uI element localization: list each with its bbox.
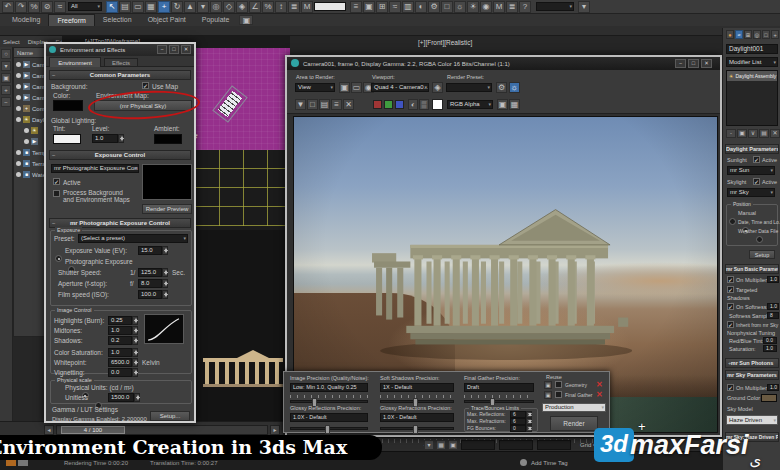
object-name-field[interactable]: Daylight001: [726, 44, 778, 54]
final-gather-lock-icon[interactable]: ▣: [544, 391, 552, 399]
unitless-field[interactable]: 1500.0: [108, 393, 134, 402]
display-tab-icon[interactable]: □: [762, 30, 770, 39]
alpha-channel-icon[interactable]: ▒: [419, 99, 429, 110]
selection-filter-dropdown[interactable]: All: [68, 2, 102, 11]
vignetting-spinner[interactable]: [132, 368, 138, 377]
rp-saturation-field[interactable]: 1.0: [763, 345, 777, 352]
add-time-tag-label[interactable]: Add Time Tag: [531, 460, 568, 466]
eye-icon[interactable]: [16, 62, 21, 67]
max-refractions-spinner[interactable]: [526, 418, 532, 425]
bind-spacewarp-icon[interactable]: ≈: [54, 1, 66, 13]
render-production-icon[interactable]: ☼: [454, 1, 466, 13]
final-gather-checkbox[interactable]: [555, 391, 562, 398]
transform-lock-icon[interactable]: ▣: [448, 440, 458, 450]
level-field[interactable]: 1.0: [92, 134, 118, 143]
tint-swatch[interactable]: [53, 134, 81, 144]
mono-channel-icon[interactable]: ◐: [408, 99, 418, 110]
mirror-icon[interactable]: M: [301, 1, 313, 13]
utilities-tab-icon[interactable]: +: [771, 30, 779, 39]
modifier-stack-item[interactable]: ☀ Daylight Assembly He: [727, 71, 777, 81]
shadows-spinner[interactable]: [132, 336, 138, 345]
eye-icon[interactable]: [16, 161, 21, 166]
aperture-field[interactable]: 8.0: [138, 279, 162, 288]
rotate-icon[interactable]: ↻: [171, 1, 183, 13]
weather-radio[interactable]: [756, 236, 763, 243]
active-checkbox[interactable]: [53, 178, 60, 185]
render-preview-button[interactable]: Render Preview: [142, 204, 192, 214]
dialog-titlebar[interactable]: Environment and Effects − □ ✕: [46, 44, 194, 56]
material-editor-icon[interactable]: ◐: [415, 1, 427, 13]
shutter-field[interactable]: 125.0: [138, 268, 162, 277]
eye-icon[interactable]: [16, 95, 21, 100]
ambient-swatch[interactable]: [154, 134, 182, 144]
tab-environment[interactable]: Environment: [49, 57, 101, 67]
redblue-field[interactable]: 0.0: [763, 337, 777, 344]
green-channel-toggle[interactable]: [384, 100, 393, 109]
rfw-titlebar[interactable]: Camera001, frame 0, Display Gamma: 2.2, …: [287, 57, 720, 70]
highlights-field[interactable]: 0.25: [108, 316, 132, 325]
film-field[interactable]: 100.0: [138, 290, 162, 299]
ev-radio[interactable]: [55, 255, 62, 262]
common-parameters-rollout[interactable]: Common Parameters: [49, 70, 191, 80]
eye-icon[interactable]: [16, 150, 21, 155]
geometry-lock-icon[interactable]: ▣: [544, 381, 552, 389]
coordinate-grid-icon[interactable]: ▦: [436, 440, 446, 450]
configure-sets-icon[interactable]: ✕: [770, 129, 780, 138]
explorer-collapse-icon[interactable]: −: [1, 97, 11, 107]
dialog-maximize-button[interactable]: □: [169, 45, 179, 54]
x-coordinate-field[interactable]: [461, 440, 495, 450]
rendered-frame-icon[interactable]: □: [441, 1, 453, 13]
absolute-mode-icon[interactable]: ▾: [424, 440, 434, 450]
eye-icon[interactable]: [16, 73, 21, 78]
time-slider-handle[interactable]: 4 / 100: [61, 426, 125, 434]
layer-manager-icon[interactable]: ▣: [363, 1, 375, 13]
modify-tab-icon[interactable]: ≈: [735, 30, 743, 39]
eye-icon[interactable]: [16, 84, 21, 89]
eye-icon[interactable]: [16, 106, 21, 111]
midtones-field[interactable]: 1.0: [108, 326, 132, 335]
eye-icon[interactable]: [24, 139, 29, 144]
slider-handle[interactable]: [413, 425, 418, 434]
help-icon[interactable]: ?: [519, 1, 531, 13]
ribbon-tab[interactable]: Selection: [95, 14, 140, 26]
ribbon-camera-icon[interactable]: ▣: [239, 15, 253, 25]
select-link-icon[interactable]: %: [28, 1, 40, 13]
explorer-filter-icon[interactable]: ▾: [1, 61, 11, 71]
render-iterative-icon[interactable]: ☀: [467, 1, 479, 13]
rect-region-icon[interactable]: ▭: [132, 1, 144, 13]
select-object-icon[interactable]: ↖: [106, 1, 118, 13]
y-coordinate-field[interactable]: [499, 440, 533, 450]
manual-radio[interactable]: [729, 218, 736, 225]
snapshot-icon[interactable]: ▣: [497, 99, 508, 110]
geometry-checkbox[interactable]: [555, 381, 562, 388]
channel-display-icon[interactable]: ▦: [509, 99, 520, 110]
slider-handle[interactable]: [325, 425, 330, 434]
pin-stack-icon[interactable]: -: [726, 129, 736, 138]
sunlight-active-checkbox[interactable]: [753, 156, 760, 163]
background-color-swatch[interactable]: [53, 100, 83, 111]
render-teapot-icon[interactable]: ☼: [509, 82, 520, 93]
prev-frame-button[interactable]: ◄: [44, 425, 54, 435]
schematic-view-icon[interactable]: ▥: [402, 1, 414, 13]
fg-bounces-field[interactable]: 0: [510, 425, 526, 432]
whitepoint-spinner[interactable]: [132, 358, 138, 367]
daylight-parameters-rollout[interactable]: Daylight Parameters: [725, 144, 779, 154]
make-unique-icon[interactable]: ∨: [748, 129, 758, 138]
ribbon-tab[interactable]: Object Paint: [140, 14, 194, 26]
snap-toggle-icon[interactable]: ◈: [236, 1, 248, 13]
final-gather-slider[interactable]: [464, 400, 534, 403]
targeted-checkbox[interactable]: [727, 286, 734, 293]
saturation-field[interactable]: 1.0: [108, 348, 132, 357]
viewport-front-label[interactable]: [+][Front][Realistic]: [418, 40, 472, 47]
final-gather-clear-icon[interactable]: ✕: [596, 390, 603, 399]
area-to-render-dropdown[interactable]: View: [295, 83, 335, 92]
select-move-icon[interactable]: +: [158, 1, 170, 13]
eye-icon[interactable]: [16, 172, 21, 177]
print-image-icon[interactable]: ≡: [331, 99, 342, 110]
gamma-setup-button[interactable]: Setup...: [150, 411, 190, 421]
midtones-spinner[interactable]: [132, 326, 138, 335]
sun-multiplier-field[interactable]: 1.0: [767, 276, 779, 283]
max-refractions-field[interactable]: 6: [510, 418, 526, 425]
sun-on-checkbox[interactable]: [727, 276, 734, 283]
clear-image-icon[interactable]: ✕: [343, 99, 354, 110]
